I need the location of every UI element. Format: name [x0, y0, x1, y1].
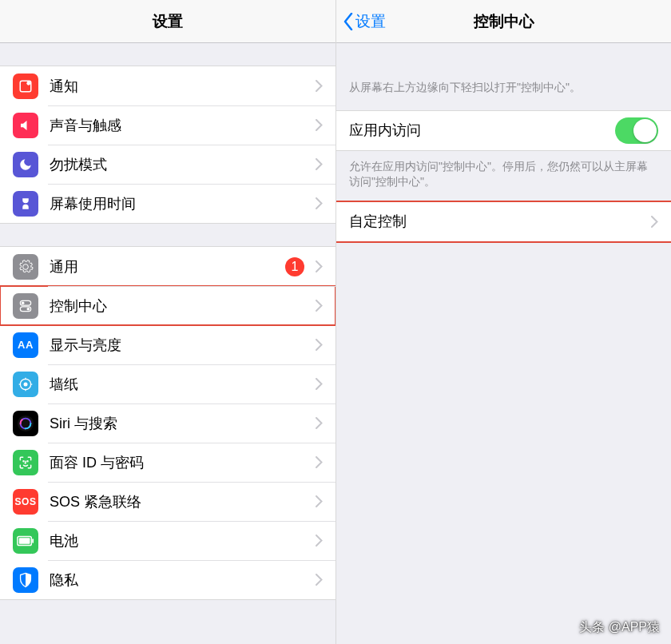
row-sos[interactable]: SOS SOS 紧急联络 — [0, 482, 336, 521]
control-center-pane: 设置 控制中心 从屏幕右上方边缘向下轻扫以打开"控制中心"。 应用内访问 允许在… — [336, 0, 671, 644]
watermark: 头条 @APP猿 — [579, 619, 660, 636]
notification-icon — [13, 74, 38, 99]
row-label: 自定控制 — [349, 212, 643, 231]
row-label: 显示与亮度 — [50, 336, 308, 355]
faceid-icon — [13, 450, 38, 475]
chevron-right-icon — [316, 260, 323, 272]
svg-point-3 — [22, 301, 25, 304]
header: 设置 控制中心 — [336, 0, 671, 43]
chevron-right-icon — [316, 535, 323, 547]
page-title: 设置 — [153, 11, 183, 32]
chevron-right-icon — [316, 495, 323, 507]
back-button[interactable]: 设置 — [343, 11, 386, 32]
wallpaper-icon — [13, 372, 38, 397]
chevron-right-icon — [316, 378, 323, 390]
row-general[interactable]: 通用 1 — [0, 247, 336, 286]
row-label: SOS 紧急联络 — [50, 492, 308, 511]
row-label: 隐私 — [50, 570, 308, 590]
chevron-right-icon — [316, 80, 323, 92]
customize-group: 自定控制 — [336, 201, 671, 242]
svg-rect-20 — [32, 539, 34, 543]
settings-group-2: 通用 1 控制中心 AA 显示与亮度 — [0, 246, 336, 600]
row-label: 电池 — [50, 531, 308, 551]
row-label: 屏幕使用时间 — [50, 194, 308, 213]
dnd-icon — [13, 152, 38, 177]
chevron-right-icon — [316, 574, 323, 586]
row-sounds[interactable]: 声音与触感 — [0, 105, 336, 145]
in-app-access-group: 应用内访问 — [336, 110, 671, 151]
row-privacy[interactable]: 隐私 — [0, 560, 336, 599]
display-icon: AA — [13, 332, 38, 358]
svg-rect-19 — [19, 538, 30, 543]
chevron-right-icon — [316, 300, 323, 312]
row-label: 通用 — [50, 257, 285, 276]
row-customize-controls[interactable]: 自定控制 — [336, 202, 671, 241]
row-label: 应用内访问 — [349, 121, 615, 140]
row-control-center[interactable]: 控制中心 — [0, 286, 336, 325]
settings-group-1: 通知 声音与触感 勿扰模式 屏幕使用时间 — [0, 66, 336, 224]
svg-point-7 — [24, 382, 28, 386]
svg-point-5 — [27, 307, 30, 310]
row-label: 墙纸 — [50, 375, 308, 394]
svg-point-16 — [23, 460, 24, 461]
svg-point-17 — [27, 460, 28, 461]
row-notifications[interactable]: 通知 — [0, 66, 336, 105]
chevron-right-icon — [316, 339, 323, 351]
row-in-app-access[interactable]: 应用内访问 — [336, 111, 671, 150]
chevron-right-icon — [316, 456, 323, 468]
row-label: 面容 ID 与密码 — [50, 453, 308, 472]
section-note: 从屏幕右上方边缘向下轻扫以打开"控制中心"。 — [336, 43, 671, 110]
battery-icon — [13, 528, 38, 554]
toggle-in-app-access[interactable] — [615, 117, 658, 144]
section-note: 允许在应用内访问"控制中心"。停用后，您仍然可以从主屏幕访问"控制中心"。 — [336, 151, 671, 201]
privacy-icon — [13, 567, 38, 593]
back-label: 设置 — [355, 11, 386, 32]
siri-icon — [13, 411, 38, 436]
chevron-right-icon — [316, 158, 323, 170]
badge: 1 — [285, 257, 304, 276]
screentime-icon — [13, 191, 38, 217]
row-battery[interactable]: 电池 — [0, 521, 336, 560]
row-label: 勿扰模式 — [50, 155, 308, 174]
chevron-right-icon — [316, 417, 323, 429]
chevron-left-icon — [343, 13, 354, 30]
page-title: 控制中心 — [474, 11, 534, 32]
control-center-icon — [13, 293, 38, 319]
general-icon — [13, 254, 38, 280]
row-label: 控制中心 — [50, 296, 308, 316]
sound-icon — [13, 113, 38, 138]
chevron-right-icon — [651, 216, 658, 228]
row-dnd[interactable]: 勿扰模式 — [0, 145, 336, 184]
row-wallpaper[interactable]: 墙纸 — [0, 364, 336, 403]
row-display[interactable]: AA 显示与亮度 — [0, 325, 336, 364]
sos-icon: SOS — [13, 489, 38, 515]
chevron-right-icon — [316, 119, 323, 131]
header: 设置 — [0, 0, 336, 43]
row-label: Siri 与搜索 — [50, 414, 308, 433]
row-screentime[interactable]: 屏幕使用时间 — [0, 184, 336, 223]
row-label: 声音与触感 — [50, 116, 308, 135]
row-siri[interactable]: Siri 与搜索 — [0, 403, 336, 443]
row-faceid[interactable]: 面容 ID 与密码 — [0, 443, 336, 482]
chevron-right-icon — [316, 197, 323, 209]
svg-point-1 — [26, 81, 30, 85]
settings-pane: 设置 通知 声音与触感 勿扰模式 — [0, 0, 336, 644]
row-label: 通知 — [50, 77, 308, 96]
